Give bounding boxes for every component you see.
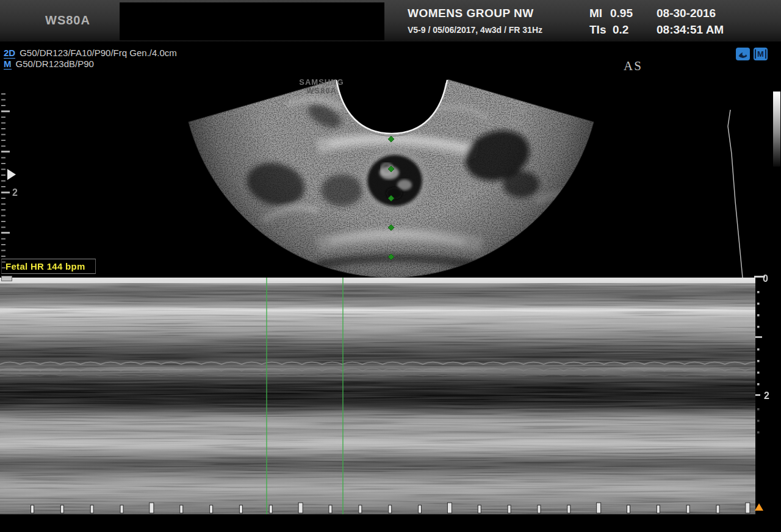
- 2d-fan-image: [177, 67, 604, 287]
- ultrasound-screen: WS80A WOMENS GROUP NW V5-9 / 05/06/2017,…: [0, 0, 781, 532]
- m-depth-label-0: 0: [763, 273, 768, 284]
- m-depth-label-2: 2: [764, 390, 769, 401]
- samsung-watermark-line1: SAMSUNG: [299, 77, 344, 87]
- imaging-scene: SAMSUNG WS80A 2 0 2: [0, 0, 781, 532]
- depth-2d-label: 2: [12, 187, 18, 198]
- samsung-watermark-line2: WS80A: [306, 86, 337, 95]
- fetal-hr-result: Fetal HR 144 bpm: [1, 259, 96, 274]
- focus-marker[interactable]: [7, 169, 16, 180]
- m-mode-left-tab: [1, 276, 12, 281]
- depth-ruler-2d: [1, 93, 10, 268]
- m-mode-trace: [0, 278, 781, 514]
- tgc-curve: [728, 110, 743, 278]
